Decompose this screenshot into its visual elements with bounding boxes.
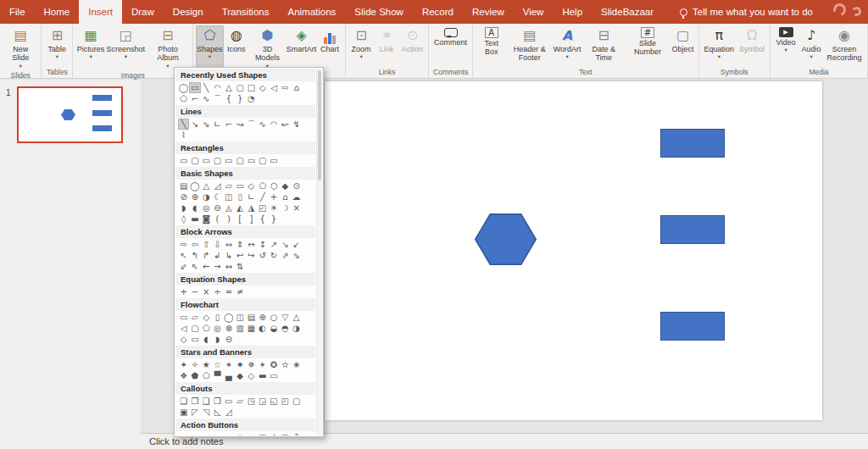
screenshot-button[interactable]: ◲Screenshot▾ <box>106 25 146 69</box>
shape-option[interactable]: ▭ <box>268 370 279 381</box>
shape-option[interactable]: ⌒ <box>246 119 257 130</box>
shape-option[interactable]: ◑ <box>201 191 212 202</box>
shape-option[interactable]: ⬠ <box>201 323 212 334</box>
shape-option[interactable]: ⌇ <box>178 130 189 141</box>
shape-option[interactable]: ⌐ <box>189 93 200 104</box>
dropdown-scrollbar[interactable] <box>316 69 322 435</box>
shape-option[interactable]: ❖ <box>178 370 189 381</box>
shape-option[interactable]: { <box>257 213 268 224</box>
shape-option[interactable]: ▭ <box>201 155 212 166</box>
shape-option[interactable]: ▤ <box>246 312 257 323</box>
shape-option[interactable]: ▦ <box>246 323 257 334</box>
shape-option[interactable]: ◀ <box>201 432 212 435</box>
shape-option[interactable]: ⊙ <box>291 180 302 191</box>
shape-option[interactable]: ◬ <box>223 202 234 213</box>
shape-option[interactable]: = <box>223 286 234 297</box>
shape-option[interactable]: ❏ <box>178 396 189 407</box>
shape-option[interactable]: ⌂ <box>280 191 291 202</box>
slide-canvas[interactable] <box>325 81 822 420</box>
rectangle-shape-2[interactable] <box>660 215 725 244</box>
shape-option[interactable]: ⬠ <box>257 180 268 191</box>
shape-option[interactable]: ↲ <box>212 250 223 261</box>
tab-insert[interactable]: Insert <box>79 0 122 24</box>
tab-file[interactable]: File <box>0 0 35 24</box>
shapes-button[interactable]: ⬠Shapes▾ <box>196 25 224 69</box>
tab-home[interactable]: Home <box>35 0 80 24</box>
shape-option[interactable]: ◇ <box>246 180 257 191</box>
shape-option[interactable]: ↖ <box>178 250 189 261</box>
comment-button[interactable]: Comment <box>431 25 470 66</box>
shape-option[interactable]: ↱ <box>201 250 212 261</box>
shape-option[interactable]: ◐ <box>257 323 268 334</box>
shape-option[interactable]: ↪ <box>246 250 257 261</box>
shape-option[interactable]: ↝ <box>234 119 245 130</box>
tab-draw[interactable]: Draw <box>122 0 164 24</box>
shape-option[interactable]: ◰ <box>280 396 291 407</box>
shape-option[interactable]: ◿ <box>223 407 234 418</box>
shape-option[interactable]: ▭ <box>189 82 200 93</box>
shape-option[interactable]: ◮ <box>246 202 257 213</box>
shape-option[interactable]: ↰ <box>189 250 200 261</box>
shape-option[interactable]: ◖ <box>189 202 200 213</box>
symbol-button[interactable]: ΩSymbol <box>737 25 767 66</box>
shape-option[interactable]: ≠ <box>234 286 245 297</box>
shape-option[interactable]: ⇕ <box>234 239 245 250</box>
shape-option[interactable]: ❒ <box>212 396 223 407</box>
shape-option[interactable]: ⇗ <box>280 250 291 261</box>
shape-option[interactable]: ⌐ <box>223 119 234 130</box>
shape-option[interactable]: ÷ <box>212 286 223 297</box>
pictures-button[interactable]: ▦Pictures▾ <box>75 25 105 69</box>
shape-option[interactable]: ↳ <box>223 250 234 261</box>
shape-option[interactable]: ⊖ <box>212 202 223 213</box>
shape-option[interactable]: ☁ <box>291 191 302 202</box>
tab-view[interactable]: View <box>514 0 554 24</box>
shape-option[interactable]: ↭ <box>223 261 234 272</box>
shape-option[interactable]: ⬠ <box>178 93 189 104</box>
shape-option[interactable]: ◗ <box>212 334 223 345</box>
shape-option[interactable]: − <box>189 286 200 297</box>
shape-option[interactable]: } <box>234 93 245 104</box>
shape-option[interactable]: ∟ <box>212 119 223 130</box>
shape-option[interactable]: ◆ <box>234 370 245 381</box>
shape-option[interactable]: ▯ <box>234 191 245 202</box>
shape-option[interactable]: ◁ <box>178 432 189 435</box>
shape-option[interactable]: ◖ <box>201 334 212 345</box>
shape-option[interactable]: ⇨ <box>280 82 291 93</box>
shape-option[interactable]: ↯ <box>291 119 302 130</box>
shape-option[interactable]: ▣ <box>257 432 268 435</box>
shape-option[interactable]: ▬ <box>189 213 200 224</box>
shape-option[interactable]: ◆ <box>280 180 291 191</box>
shape-option[interactable]: ⇜ <box>201 261 212 272</box>
shape-option[interactable]: ╱ <box>257 191 268 202</box>
shape-option[interactable]: ▄ <box>223 370 234 381</box>
shape-option[interactable]: ? <box>291 432 302 435</box>
shape-option[interactable]: ▯ <box>212 312 223 323</box>
shape-option[interactable]: ] <box>246 213 257 224</box>
shape-option[interactable]: ⌒ <box>212 93 223 104</box>
shape-option[interactable]: ◳ <box>246 396 257 407</box>
shape-option[interactable]: ◯ <box>178 82 189 93</box>
shape-option[interactable]: ↩ <box>234 250 245 261</box>
shape-option[interactable]: ☾ <box>212 191 223 202</box>
shape-option[interactable]: ⇩ <box>212 239 223 250</box>
slide-number-button[interactable]: #Slide Number <box>626 25 670 66</box>
shape-option[interactable]: ✪ <box>268 359 279 370</box>
shape-option[interactable]: ▢ <box>234 155 245 166</box>
shape-option[interactable]: ⬟ <box>189 370 200 381</box>
shape-option[interactable]: ◰ <box>257 202 268 213</box>
tab-review[interactable]: Review <box>463 0 514 24</box>
shape-option[interactable]: ╲ <box>178 119 189 130</box>
shape-option[interactable]: ◎ <box>201 202 212 213</box>
shape-option[interactable]: ○ <box>268 312 279 323</box>
shape-option[interactable]: [ <box>234 213 245 224</box>
icons-button[interactable]: ◍Icons <box>224 25 249 69</box>
wordart-button[interactable]: AWordArt▾ <box>552 25 582 66</box>
shape-option[interactable]: ▢ <box>189 323 200 334</box>
shape-option[interactable]: ✶ <box>223 359 234 370</box>
equation-button[interactable]: πEquation▾ <box>702 25 737 66</box>
rectangle-shape-1[interactable] <box>660 129 725 158</box>
shape-option[interactable]: ▭ <box>246 155 257 166</box>
shape-option[interactable]: ◇ <box>178 334 189 345</box>
shape-option[interactable]: △ <box>223 82 234 93</box>
shape-option[interactable]: ◈ <box>246 432 257 435</box>
